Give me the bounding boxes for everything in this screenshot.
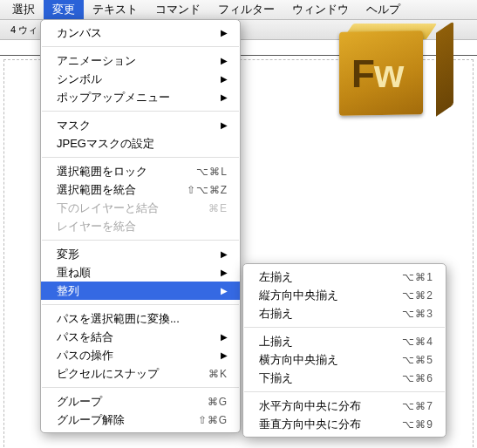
modify-item-9[interactable]: 選択範囲をロック⌥⌘L (41, 162, 240, 180)
modify-item-0[interactable]: カンバス▶ (41, 24, 240, 42)
menu-item-label: 上揃え (259, 334, 393, 350)
submenu-arrow-icon: ▶ (221, 120, 228, 130)
modify-item-3[interactable]: シンボル▶ (41, 70, 240, 88)
modify-item-6[interactable]: マスク▶ (41, 116, 240, 134)
menu-item-label: 整列 (57, 283, 214, 299)
align-item-0[interactable]: 左揃え⌥⌘1 (243, 268, 446, 286)
menu-item-shortcut: ⇧⌥⌘Z (187, 184, 228, 196)
modify-item-4[interactable]: ポップアップメニュー▶ (41, 88, 240, 106)
modify-item-15[interactable]: 重ね順▶ (41, 263, 240, 282)
menu-item-label: パスの操作 (57, 348, 214, 363)
submenu-align: 左揃え⌥⌘1縦方向中央揃え⌥⌘2右揃え⌥⌘3上揃え⌥⌘4横方向中央揃え⌥⌘5下揃… (242, 263, 446, 438)
menu-item-shortcut: ⌥⌘1 (402, 271, 433, 283)
align-item-6[interactable]: 下揃え⌥⌘6 (243, 369, 446, 387)
menu-item-label: グループ (57, 394, 199, 410)
menu-item-label: 重ね順 (57, 265, 214, 281)
modify-separator (42, 46, 239, 47)
menu-item-shortcut: ⌥⌘5 (402, 354, 433, 366)
menu-item-label: 縦方向中央揃え (259, 288, 393, 303)
submenu-arrow-icon: ▶ (221, 332, 228, 342)
menu-item-shortcut: ⌥⌘2 (402, 289, 433, 302)
align-separator (244, 327, 445, 328)
modify-separator (42, 111, 239, 112)
menu-item-label: グループ解除 (57, 412, 189, 428)
menu-item-shortcut: ⌥⌘4 (402, 336, 433, 348)
menu-item-label: ポップアップメニュー (57, 90, 214, 105)
menubar-item-4[interactable]: フィルター (209, 0, 283, 20)
modify-separator (42, 240, 239, 241)
submenu-arrow-icon: ▶ (221, 74, 228, 84)
menubar: 選択変更テキストコマンドフィルターウィンドウヘルプ (0, 0, 477, 19)
menu-item-shortcut: ⌘E (208, 202, 228, 214)
submenu-arrow-icon: ▶ (221, 28, 228, 37)
modify-item-10[interactable]: 選択範囲を統合⇧⌥⌘Z (41, 180, 240, 199)
submenu-arrow-icon: ▶ (221, 350, 228, 360)
align-item-2[interactable]: 右揃え⌥⌘3 (243, 304, 446, 322)
menubar-item-1[interactable]: 変更 (44, 0, 84, 20)
menu-item-shortcut: ⌥⌘6 (402, 372, 433, 384)
menu-item-label: 下のレイヤーと結合 (57, 200, 200, 216)
menu-item-label: マスク (57, 118, 214, 133)
modify-item-23[interactable]: グループ⌘G (41, 392, 240, 411)
menu-item-shortcut: ⌥⌘7 (402, 400, 433, 412)
menu-item-label: 右揃え (259, 306, 393, 322)
menu-item-shortcut: ⇧⌘G (198, 414, 228, 426)
menu-item-label: 垂直方向中央に分布 (259, 417, 393, 432)
modify-item-2[interactable]: アニメーション▶ (41, 51, 240, 70)
doc-tab[interactable]: 4 ウィ (5, 22, 43, 38)
menu-item-label: シンボル (57, 71, 214, 87)
align-item-5[interactable]: 横方向中央揃え⌥⌘5 (243, 350, 446, 369)
modify-item-7[interactable]: JPEGマスクの設定 (41, 134, 240, 153)
menu-item-label: パスを選択範囲に変換... (57, 311, 228, 327)
submenu-arrow-icon: ▶ (221, 268, 228, 277)
align-item-9[interactable]: 垂直方向中央に分布⌥⌘9 (243, 415, 446, 433)
menubar-item-2[interactable]: テキスト (84, 0, 147, 20)
menu-item-label: 変形 (57, 247, 214, 262)
align-item-8[interactable]: 水平方向中央に分布⌥⌘7 (243, 397, 446, 415)
align-separator (244, 391, 445, 392)
fireworks-logo: Fw (339, 31, 440, 132)
menu-item-label: JPEGマスクの設定 (57, 136, 228, 152)
modify-item-18[interactable]: パスを選択範囲に変換... (41, 309, 240, 328)
menu-item-label: 選択範囲をロック (57, 164, 187, 180)
modify-separator (42, 157, 239, 158)
menu-item-label: 下揃え (259, 370, 393, 386)
menu-item-label: 水平方向中央に分布 (259, 398, 393, 414)
menu-item-shortcut: ⌘G (208, 396, 228, 408)
menu-item-label: アニメーション (57, 53, 214, 69)
menu-item-label: カンバス (57, 25, 214, 41)
menubar-item-5[interactable]: ウィンドウ (283, 0, 358, 20)
modify-item-20[interactable]: パスの操作▶ (41, 346, 240, 364)
menu-item-label: ピクセルにスナップ (57, 366, 200, 382)
menu-modify: カンバス▶アニメーション▶シンボル▶ポップアップメニュー▶マスク▶JPEGマスク… (40, 19, 241, 433)
menu-item-label: 左揃え (259, 269, 393, 285)
submenu-arrow-icon: ▶ (221, 56, 228, 65)
menu-item-label: パスを結合 (57, 329, 214, 345)
modify-item-14[interactable]: 変形▶ (41, 245, 240, 263)
modify-item-16[interactable]: 整列▶ (41, 282, 240, 300)
align-item-1[interactable]: 縦方向中央揃え⌥⌘2 (243, 286, 446, 304)
modify-separator (42, 387, 239, 388)
modify-item-19[interactable]: パスを結合▶ (41, 328, 240, 346)
menu-item-shortcut: ⌥⌘9 (402, 418, 433, 431)
menu-item-shortcut: ⌥⌘L (196, 166, 228, 178)
menu-item-shortcut: ⌘K (208, 368, 228, 380)
submenu-arrow-icon: ▶ (221, 286, 228, 295)
submenu-arrow-icon: ▶ (221, 92, 228, 102)
modify-item-11: 下のレイヤーと結合⌘E (41, 199, 240, 217)
menu-item-label: レイヤーを統合 (57, 219, 228, 234)
menu-item-shortcut: ⌥⌘3 (402, 308, 433, 320)
modify-item-24[interactable]: グループ解除⇧⌘G (41, 411, 240, 429)
modify-item-12: レイヤーを統合 (41, 217, 240, 235)
menubar-item-0[interactable]: 選択 (3, 0, 44, 20)
menu-item-label: 横方向中央揃え (259, 352, 393, 368)
menu-item-label: 選択範囲を統合 (57, 182, 178, 198)
menubar-item-3[interactable]: コマンド (147, 0, 209, 20)
menubar-item-6[interactable]: ヘルプ (358, 0, 409, 20)
modify-item-21[interactable]: ピクセルにスナップ⌘K (41, 364, 240, 383)
modify-separator (42, 304, 239, 305)
submenu-arrow-icon: ▶ (221, 249, 228, 259)
align-item-4[interactable]: 上揃え⌥⌘4 (243, 332, 446, 350)
